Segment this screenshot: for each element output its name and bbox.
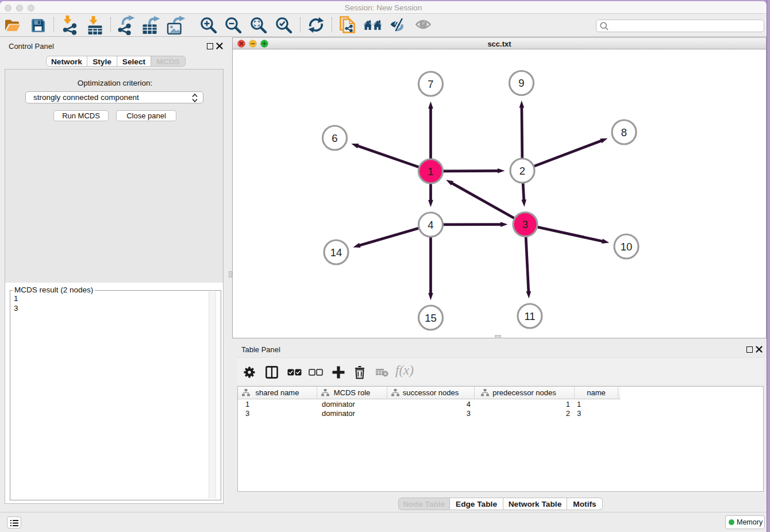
svg-text:6: 6 [332, 132, 337, 144]
svg-text:2: 2 [519, 165, 525, 177]
svg-text:4: 4 [428, 219, 433, 231]
svg-text:7: 7 [428, 78, 433, 90]
svg-text:1: 1 [428, 165, 433, 178]
svg-text:9: 9 [518, 77, 524, 89]
svg-text:10: 10 [621, 241, 633, 253]
svg-text:8: 8 [621, 126, 627, 138]
svg-text:14: 14 [330, 246, 342, 259]
svg-text:11: 11 [524, 310, 535, 322]
svg-text:15: 15 [425, 312, 437, 324]
svg-text:3: 3 [522, 218, 528, 230]
